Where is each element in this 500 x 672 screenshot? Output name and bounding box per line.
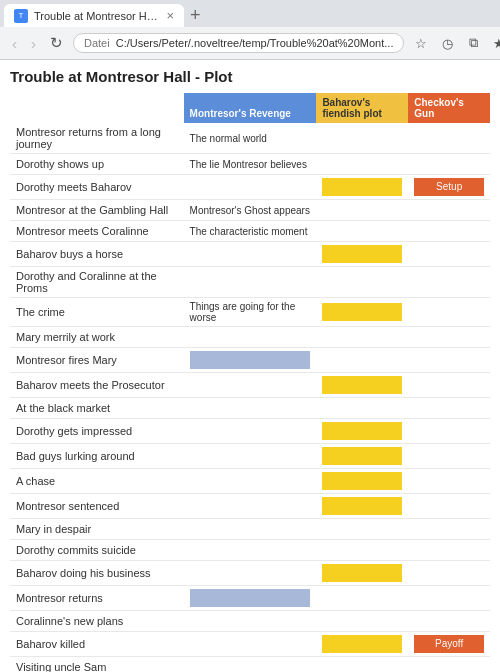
plot-table: Montresor's Revenge Baharov's fiendish p…: [10, 93, 490, 672]
baharov-cell: [316, 469, 408, 494]
baharov-cell: [316, 327, 408, 348]
checkov-cell: [408, 373, 490, 398]
address-bar[interactable]: Datei C:/Users/Peter/.noveltree/temp/Tro…: [73, 33, 404, 53]
montresor-cell: [184, 494, 317, 519]
scene-label: Montresor returns: [10, 586, 184, 611]
address-url: C:/Users/Peter/.noveltree/temp/Trouble%2…: [116, 37, 394, 49]
table-row: Montresor returns: [10, 586, 490, 611]
forward-button[interactable]: ›: [27, 31, 40, 55]
browser-controls: ‹ › ↻ Datei C:/Users/Peter/.noveltree/te…: [0, 27, 500, 59]
checkov-cell: [408, 298, 490, 327]
table-row: Baharov doing his business: [10, 561, 490, 586]
baharov-cell: [316, 123, 408, 154]
scene-label: Coralinne's new plans: [10, 611, 184, 632]
col-header-scenes: [10, 93, 184, 123]
baharov-cell: [316, 175, 408, 200]
montresor-cell: [184, 611, 317, 632]
scene-label: Mary in despair: [10, 519, 184, 540]
baharov-cell: [316, 348, 408, 373]
baharov-cell: [316, 586, 408, 611]
baharov-cell: [316, 267, 408, 298]
montresor-cell: The characteristic moment: [184, 221, 317, 242]
scene-label: Visiting uncle Sam: [10, 657, 184, 673]
checkov-cell: [408, 242, 490, 267]
page-title: Trouble at Montresor Hall - Plot: [10, 68, 490, 85]
toolbar-icons: ☆ ◷ ⧉ ★ ⋯ P: [410, 32, 500, 54]
baharov-cell: [316, 373, 408, 398]
table-row: Baharov meets the Prosecutor: [10, 373, 490, 398]
browser-chrome: T Trouble at Montresor Hall - ... × + ‹ …: [0, 0, 500, 60]
montresor-cell: [184, 469, 317, 494]
favorites-icon[interactable]: ★: [488, 32, 500, 54]
checkov-cell: [408, 586, 490, 611]
scene-label: Dorothy and Coralinne at the Proms: [10, 267, 184, 298]
checkov-cell: [408, 348, 490, 373]
scene-label: Dorothy shows up: [10, 154, 184, 175]
montresor-cell: [184, 632, 317, 657]
baharov-cell: [316, 221, 408, 242]
active-tab[interactable]: T Trouble at Montresor Hall - ... ×: [4, 4, 184, 27]
col-header-checkov: Checkov's Gun: [408, 93, 490, 123]
scene-label: At the black market: [10, 398, 184, 419]
table-row: Dorothy commits suicide: [10, 540, 490, 561]
refresh-button[interactable]: ↻: [46, 31, 67, 55]
baharov-cell: [316, 398, 408, 419]
checkov-cell: [408, 267, 490, 298]
scene-label: Montresor meets Coralinne: [10, 221, 184, 242]
montresor-cell: [184, 586, 317, 611]
col-header-baharov: Baharov's fiendish plot: [316, 93, 408, 123]
bookmark-icon[interactable]: ☆: [410, 32, 432, 54]
checkov-cell: [408, 154, 490, 175]
checkov-cell: [408, 611, 490, 632]
checkov-cell: [408, 519, 490, 540]
baharov-cell: [316, 200, 408, 221]
montresor-cell: [184, 348, 317, 373]
montresor-cell: [184, 419, 317, 444]
checkov-cell: [408, 494, 490, 519]
montresor-cell: [184, 519, 317, 540]
table-row: Mary in despair: [10, 519, 490, 540]
address-scheme: Datei: [84, 37, 110, 49]
extensions-icon[interactable]: ⧉: [462, 32, 484, 54]
checkov-cell: [408, 469, 490, 494]
table-row: Dorothy meets BaharovSetup: [10, 175, 490, 200]
scene-label: Bad guys lurking around: [10, 444, 184, 469]
montresor-cell: [184, 561, 317, 586]
history-icon[interactable]: ◷: [436, 32, 458, 54]
table-row: The crimeThings are going for the worse: [10, 298, 490, 327]
scene-label: Montresor sentenced: [10, 494, 184, 519]
checkov-cell: [408, 398, 490, 419]
tab-close-button[interactable]: ×: [166, 8, 174, 23]
baharov-cell: [316, 494, 408, 519]
checkov-cell: Payoff: [408, 632, 490, 657]
baharov-cell: [316, 561, 408, 586]
baharov-cell: [316, 632, 408, 657]
baharov-cell: [316, 242, 408, 267]
montresor-cell: The lie Montresor believes: [184, 154, 317, 175]
baharov-cell: [316, 154, 408, 175]
back-button[interactable]: ‹: [8, 31, 21, 55]
table-row: Montresor sentenced: [10, 494, 490, 519]
scene-label: A chase: [10, 469, 184, 494]
table-row: A chase: [10, 469, 490, 494]
scene-label: Dorothy meets Baharov: [10, 175, 184, 200]
scene-label: Montresor at the Gambling Hall: [10, 200, 184, 221]
new-tab-button[interactable]: +: [184, 5, 207, 26]
montresor-cell: [184, 444, 317, 469]
table-row: Bad guys lurking around: [10, 444, 490, 469]
col-header-montresor: Montresor's Revenge: [184, 93, 317, 123]
tab-bar: T Trouble at Montresor Hall - ... × +: [0, 0, 500, 27]
montresor-cell: The normal world: [184, 123, 317, 154]
scene-label: Baharov killed: [10, 632, 184, 657]
checkov-cell: [408, 540, 490, 561]
baharov-cell: [316, 540, 408, 561]
checkov-cell: [408, 200, 490, 221]
montresor-cell: Things are going for the worse: [184, 298, 317, 327]
baharov-cell: [316, 419, 408, 444]
montresor-cell: Montresor's Ghost appears: [184, 200, 317, 221]
montresor-cell: [184, 398, 317, 419]
table-row: Baharov killedPayoff: [10, 632, 490, 657]
montresor-cell: [184, 540, 317, 561]
scene-label: Baharov doing his business: [10, 561, 184, 586]
scene-label: Montresor returns from a long journey: [10, 123, 184, 154]
